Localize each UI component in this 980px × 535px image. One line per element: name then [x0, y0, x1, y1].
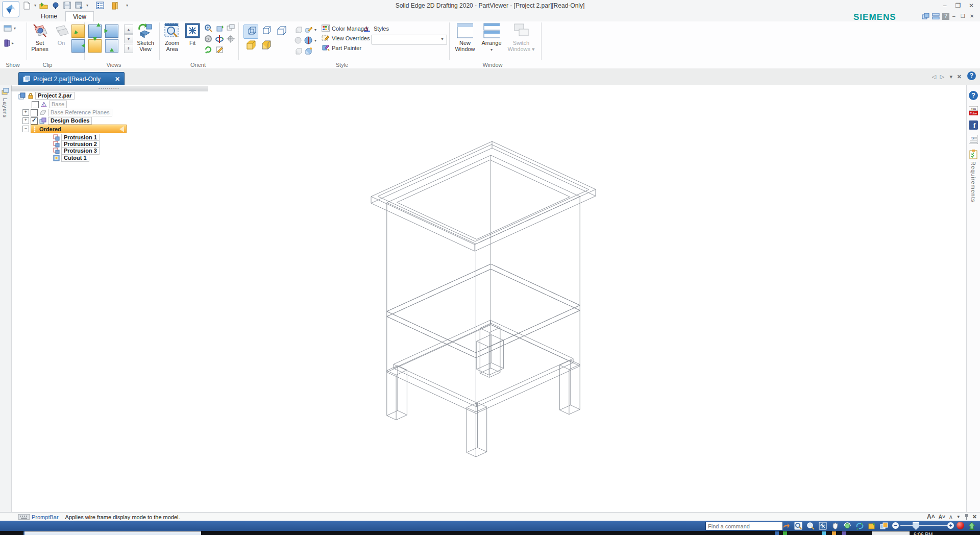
- texture-style-icon[interactable]: [304, 47, 312, 55]
- doc-minimize-icon[interactable]: –: [952, 13, 955, 19]
- font-increase-icon[interactable]: A˄: [927, 513, 935, 520]
- zoom-icon[interactable]: [204, 24, 213, 33]
- properties-icon[interactable]: [95, 1, 104, 10]
- zoom-area-button[interactable]: Zoom Area: [161, 22, 183, 52]
- zoom-pointer-icon[interactable]: [204, 35, 213, 43]
- expander-minus-icon[interactable]: −: [22, 126, 29, 132]
- refresh-view-icon[interactable]: [204, 45, 213, 54]
- styles-button[interactable]: A Styles: [363, 25, 389, 33]
- clip-on-button[interactable]: On: [52, 22, 70, 46]
- layers-icon[interactable]: [2, 87, 10, 95]
- doc-close-icon[interactable]: ✕: [970, 13, 974, 19]
- zoom-area-status-icon[interactable]: [794, 522, 802, 530]
- arrange-button[interactable]: Arrange ▾: [480, 22, 503, 53]
- tree-row[interactable]: + Design Bodies: [22, 117, 92, 125]
- tab-scroll-left-icon[interactable]: ◁: [932, 74, 936, 80]
- view-down-icon[interactable]: [88, 39, 102, 53]
- checkbox-design-bodies[interactable]: [31, 117, 38, 125]
- expander-plus-icon[interactable]: +: [22, 109, 29, 116]
- tree-row[interactable]: Cutout 1: [53, 154, 89, 162]
- pan-icon[interactable]: [215, 24, 224, 33]
- view-new-window-icon[interactable]: [71, 25, 85, 38]
- orbit-status-icon[interactable]: [855, 522, 864, 530]
- close-button[interactable]: ✕: [966, 2, 977, 10]
- tab-view[interactable]: View: [65, 11, 94, 22]
- view-up-icon[interactable]: [105, 39, 118, 53]
- sphere-style-dropdown-icon[interactable]: ▾: [314, 38, 316, 43]
- edit-style-dropdown-icon[interactable]: ▾: [314, 28, 316, 32]
- visible-edges-style-button[interactable]: [259, 25, 273, 38]
- zoom-slider-track[interactable]: [900, 525, 949, 526]
- font-decrease-icon[interactable]: A˅: [939, 514, 945, 520]
- fit-status-icon[interactable]: [819, 522, 827, 530]
- tree-item-label[interactable]: Base: [49, 101, 67, 108]
- application-button[interactable]: [2, 1, 19, 17]
- link-icon[interactable]: [51, 1, 60, 10]
- pin-icon[interactable]: [964, 514, 969, 520]
- find-command-input[interactable]: [705, 522, 783, 530]
- save-icon[interactable]: [63, 1, 71, 10]
- tray-icon[interactable]: [832, 531, 836, 535]
- ribbon-help-icon[interactable]: ?: [942, 13, 949, 20]
- ordered-group-header[interactable]: Ordered: [31, 125, 127, 133]
- save-dropdown-icon[interactable]: ▾: [86, 3, 88, 8]
- tab-scroll-right-icon[interactable]: ▷: [940, 74, 944, 80]
- record-sphere-icon[interactable]: [957, 522, 964, 529]
- previous-view-icon[interactable]: [227, 24, 235, 33]
- new-document-dropdown-icon[interactable]: ▾: [34, 3, 36, 8]
- youtube-icon[interactable]: YouTube: [969, 106, 978, 115]
- tab-home[interactable]: Home: [34, 11, 64, 21]
- requirements-icon[interactable]: [969, 149, 978, 158]
- panel-splitter[interactable]: ▪▪▪▪▪▪▪▪▪▪: [11, 86, 208, 91]
- sketch-view-button[interactable]: Sketch View: [134, 22, 157, 52]
- tree-item-label[interactable]: Base Reference Planes: [48, 109, 112, 116]
- shaded-style-button[interactable]: [243, 39, 257, 52]
- doc-restore-icon[interactable]: ❐: [961, 13, 965, 19]
- cascade-windows-icon[interactable]: [922, 13, 929, 19]
- sketch-status-icon[interactable]: [868, 522, 876, 530]
- background-window-edge[interactable]: [23, 531, 201, 535]
- view-overrides-button[interactable]: View Overrides: [322, 34, 370, 42]
- help-icon[interactable]: ?: [967, 71, 976, 80]
- named-views-icon[interactable]: [215, 45, 224, 54]
- model-canvas[interactable]: Layers ▪▪▪▪▪▪▪▪▪▪ Project 2.par Base +: [0, 85, 980, 512]
- new-window-button[interactable]: New Window: [452, 22, 478, 52]
- restore-button[interactable]: ❐: [952, 2, 964, 10]
- qat-customize-icon[interactable]: ▾: [126, 3, 128, 8]
- minimize-button[interactable]: –: [939, 2, 950, 10]
- promptbar-close-icon[interactable]: ✕: [972, 514, 977, 520]
- collapse-down-icon[interactable]: ▼: [957, 515, 961, 519]
- tab-close-icon[interactable]: ✕: [957, 74, 962, 80]
- tree-item-label[interactable]: Cutout 1: [61, 154, 89, 162]
- part-painter-button[interactable]: Part Painter: [322, 44, 361, 52]
- tree-row[interactable]: − Ordered: [22, 125, 127, 133]
- community-icon[interactable]: S: [969, 135, 978, 144]
- show-tool-button[interactable]: ▾: [4, 25, 16, 32]
- zoom-out-button[interactable]: −: [892, 522, 899, 529]
- checkbox-base-reference-planes[interactable]: [31, 109, 38, 116]
- help-rail-icon[interactable]: ?: [969, 91, 978, 100]
- view-left-icon[interactable]: [71, 39, 85, 53]
- tree-row[interactable]: Protrusion 3: [53, 147, 100, 155]
- command-arrow-icon[interactable]: [782, 522, 790, 530]
- tree-row[interactable]: + Base Reference Planes: [22, 109, 112, 116]
- spin-up-button[interactable]: ▲: [124, 25, 133, 34]
- document-tab-close-icon[interactable]: ✕: [115, 76, 120, 83]
- tab-list-dropdown-icon[interactable]: ▾: [949, 74, 952, 80]
- new-document-icon[interactable]: [22, 1, 31, 10]
- tray-icon[interactable]: [783, 531, 787, 535]
- color-manager-button[interactable]: Color Manager: [322, 25, 369, 33]
- rotate-status-icon[interactable]: [843, 522, 851, 530]
- green-up-arrow-icon[interactable]: [968, 522, 976, 530]
- view-copy-icon[interactable]: [88, 25, 102, 38]
- tile-windows-icon[interactable]: [932, 13, 940, 19]
- layers-tab[interactable]: Layers: [2, 98, 8, 118]
- edit-style-icon[interactable]: [304, 26, 312, 34]
- style-combobox[interactable]: ▼: [372, 35, 447, 44]
- tree-row[interactable]: Project 2.par: [18, 92, 75, 100]
- wireframe-style-button[interactable]: [243, 25, 258, 39]
- spin-about-icon[interactable]: [227, 35, 235, 43]
- set-planes-button[interactable]: Set Planes: [29, 22, 51, 52]
- expand-up-icon[interactable]: ∧: [949, 514, 953, 520]
- facebook-icon[interactable]: f: [969, 120, 978, 130]
